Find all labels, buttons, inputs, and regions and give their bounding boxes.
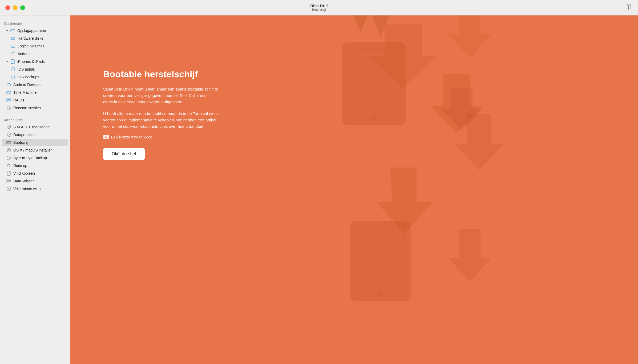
sidebar-label-logical-volumes: Logical volumes [18,44,44,48]
svg-marker-64 [449,15,491,58]
svg-rect-26 [7,98,11,99]
svg-line-22 [8,83,8,83]
svg-rect-8 [11,46,15,46]
hdd-small-icon [11,36,15,41]
svg-rect-15 [12,60,14,60]
sidebar-label-android: Android Devices [13,83,41,87]
sidebar-label-hardware-disks: Hardware disks [18,36,43,40]
svg-rect-27 [7,100,11,101]
svg-marker-52 [353,15,369,32]
section-label-dataherstel: Dataherstel [0,20,70,27]
sidebar-label-byte-backup: Byte-to-byte Backup [13,156,47,160]
how-to-video-link[interactable]: Bekijk onze how-to video [111,135,152,139]
maximize-button[interactable] [20,5,25,10]
osx-icon [6,148,11,153]
sidebar-item-android[interactable]: Android Devices [2,81,68,88]
svg-point-14 [13,63,13,63]
sidebar-item-hardware-disks[interactable]: Hardware disks [2,35,68,42]
titlebar-text: Disk Drill Bootschijf [310,3,328,12]
app-title: Disk Drill [310,3,328,8]
sidebar-item-ios-backups[interactable]: iOS Backups [2,73,68,81]
app-subtitle: Bootschijf [310,8,328,12]
close-button[interactable] [5,5,10,10]
disclosure-opslagapparaten: ▾ [6,29,8,32]
ios-backups-icon [11,75,15,79]
sidebar-item-bootschijf[interactable]: Bootschijf [2,139,68,146]
disclosure-iphones: ▾ [6,60,8,63]
svg-point-19 [13,78,13,78]
svg-point-25 [10,93,10,93]
svg-point-57 [371,114,377,121]
sidebar-item-vrije-ruimte[interactable]: Vrije ruimte wissen [2,185,68,193]
sidebar-item-iphones-ipads[interactable]: ▾ iPhones & iPads [2,58,68,65]
svg-marker-66 [449,229,491,282]
svg-marker-53 [371,15,390,37]
svg-rect-48 [7,182,11,183]
sidebar-item-time-machine[interactable]: Time Machine [2,89,68,96]
svg-line-23 [10,83,10,83]
link-chevron-icon: › [155,135,156,139]
svg-marker-60 [377,167,433,234]
content-card: Bootable herstelschijf Vanaf Disk Drill … [91,58,230,171]
svg-rect-11 [11,54,15,54]
wipe-icon [6,179,11,183]
minimize-button[interactable] [13,5,18,10]
free-space-icon [6,186,11,191]
andere-icon [11,51,15,56]
sidebar-label-andere: Andere [18,52,30,56]
phone-icon [10,59,15,64]
cleanup-icon [6,163,11,168]
sidebar-item-smart[interactable]: S.M.A.R.T. monitoring [2,123,68,131]
sidebar-item-recente-sessies[interactable]: Recente sessies [2,104,68,112]
svg-point-6 [14,39,14,39]
sidebar-label-opslagapparaten: Opslagapparaten [17,28,46,33]
main-layout: Dataherstel ▾ Opslagapparaten [0,15,638,364]
sidebar-label-raids: RAIDs [13,98,24,102]
sidebar-item-data-wisser[interactable]: Data-Wisser [2,177,68,185]
copies-icon [6,171,11,176]
traffic-lights [5,5,25,10]
svg-point-9 [14,47,14,47]
sidebar: Dataherstel ▾ Opslagapparaten [0,15,70,364]
sidebar-label-recente-sessies: Recente sessies [13,106,41,110]
sidebar-label-ruim-op: Ruim op [13,163,27,168]
sidebar-item-logical-volumes[interactable]: Logical volumes [2,42,68,50]
sidebar-label-ios-backups: iOS Backups [18,75,39,79]
sidebar-label-smart: S.M.A.R.T. monitoring [13,125,50,129]
sidebar-label-data-wisser: Data-Wisser [13,179,34,183]
help-book-icon[interactable] [625,4,632,11]
sidebar-label-iphones-ipads: iPhones & iPads [17,59,45,64]
svg-rect-47 [7,181,11,182]
video-icon [103,135,109,139]
svg-marker-54 [369,24,438,88]
svg-rect-56 [342,42,406,125]
sidebar-item-ios-appar[interactable]: iOS appar. [2,66,68,73]
svg-rect-46 [7,179,11,180]
sidebar-item-dataprotectie[interactable]: Dataprotectie [2,131,68,138]
svg-point-30 [9,108,9,108]
sidebar-label-dataprotectie: Dataprotectie [13,133,35,137]
svg-point-12 [14,54,14,55]
sidebar-item-opslagapparaten[interactable]: ▾ Opslagapparaten [2,27,68,34]
sidebar-item-andere[interactable]: Andere [2,50,68,58]
svg-point-62 [378,291,383,297]
svg-rect-63 [367,226,394,227]
svg-rect-5 [11,38,15,39]
cta-button[interactable]: Oké, doe het [103,148,145,160]
sidebar-item-vind-kopieeen[interactable]: Vind kopieën [2,170,68,177]
content-heading: Bootable herstelschijf [103,69,218,80]
titlebar: Disk Drill Bootschijf [0,0,638,15]
ios-appar-icon [11,67,15,72]
raids-icon [6,98,11,103]
sidebar-label-vind-kopieeen: Vind kopieën [13,171,35,175]
sidebar-item-raids[interactable]: RAIDs [2,96,68,104]
svg-point-3 [14,31,14,32]
sidebar-item-ruim-op[interactable]: Ruim op [2,162,68,169]
svg-rect-28 [7,101,11,102]
sidebar-label-osx: OS X / macOS installer [13,148,52,152]
smart-icon [6,125,11,129]
svg-rect-2 [11,31,15,31]
content-paragraph-1: Vanaf Disk Drill 4 hoeft u niet langer e… [103,86,218,105]
sidebar-item-osx-installer[interactable]: OS X / macOS installer [2,146,68,154]
sidebar-item-byte-backup[interactable]: Byte-to-byte Backup [2,154,68,162]
